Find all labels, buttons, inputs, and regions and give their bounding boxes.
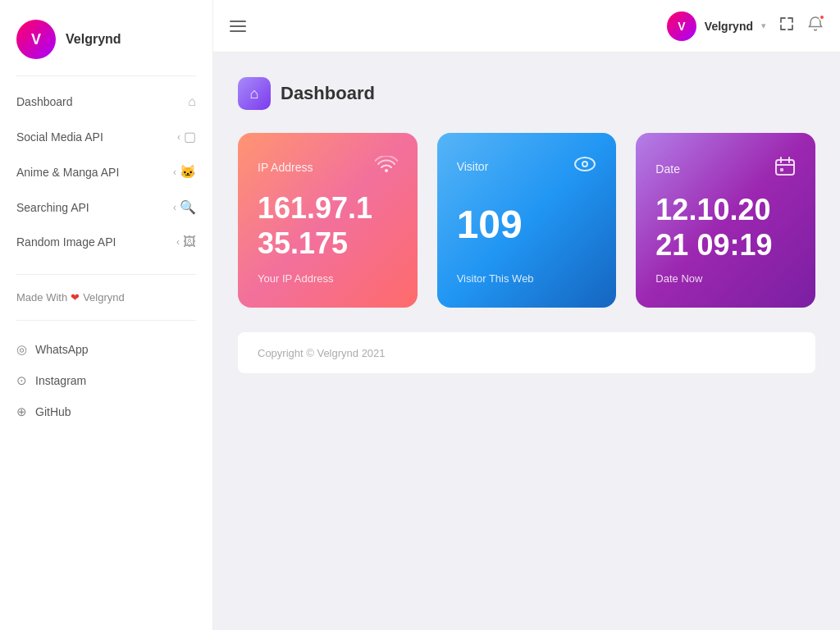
page-header: ⌂ Dashboard [238, 77, 815, 110]
home-icon: ⌂ [188, 94, 196, 109]
social-media-api-label: Social Media API [16, 130, 103, 144]
searching-api-label: Searching API [16, 201, 89, 214]
anime-manga-api-label: Anime & Manga API [16, 166, 119, 179]
chevron-left-icon-2: ‹ [173, 167, 176, 178]
cards-row: IP Address 161.97.1 35.175 Your IP Ad [238, 133, 815, 308]
chevron-left-icon: ‹ [177, 131, 180, 143]
wifi-icon [375, 156, 398, 179]
sidebar-footer-divider [16, 274, 196, 275]
sidebar-item-github[interactable]: ⊕ GitHub [0, 396, 212, 427]
notification-dot [819, 14, 825, 21]
github-icon: ⊕ [16, 404, 27, 419]
svg-point-0 [385, 169, 388, 172]
svg-rect-4 [776, 160, 794, 175]
sidebar-profile: V Velgrynd [0, 0, 212, 75]
notification-bell-button[interactable] [807, 16, 824, 36]
cat-icon: 🐱 [180, 164, 196, 180]
sidebar-item-instagram[interactable]: ⊙ Instagram [0, 365, 212, 396]
sidebar-social-links: ◎ WhatsApp ⊙ Instagram ⊕ GitHub [0, 331, 212, 431]
heart-icon: ❤ [71, 291, 80, 304]
sidebar-item-anime-manga-api[interactable]: Anime & Manga API ‹ 🐱 [0, 154, 212, 189]
footer-copyright: Copyright © Velgrynd 2021 [258, 347, 386, 359]
visitor-card-label: Visitor [457, 160, 489, 173]
random-image-api-label: Random Image API [16, 235, 116, 249]
topbar-user-menu[interactable]: V Velgrynd ▾ [667, 11, 766, 41]
svg-point-3 [583, 162, 587, 166]
visitor-value: 109 [457, 201, 597, 249]
date-card-label: Date [655, 162, 680, 176]
page-title: Dashboard [281, 83, 375, 104]
visitor-card: Visitor 109 Visitor This Web [437, 133, 617, 308]
sidebar-username: Velgrynd [66, 32, 121, 47]
visitor-card-sublabel: Visitor This Web [457, 272, 597, 285]
sidebar-item-dashboard[interactable]: Dashboard ⌂ [0, 84, 212, 119]
chevron-left-icon-4: ‹ [176, 236, 180, 248]
main-content: V Velgrynd ▾ ⌂ Da [213, 0, 840, 630]
sidebar-item-random-image-api[interactable]: Random Image API ‹ 🖼 [0, 225, 212, 259]
sidebar-item-whatsapp[interactable]: ◎ WhatsApp [0, 334, 212, 365]
ip-address-value: 161.97.1 35.175 [258, 190, 398, 261]
whatsapp-label: WhatsApp [35, 343, 89, 356]
topbar: V Velgrynd ▾ [213, 0, 840, 52]
instagram-icon: ⊙ [16, 373, 27, 388]
instagram-label: Instagram [35, 374, 86, 387]
sidebar-item-social-media-api[interactable]: Social Media API ‹ ▢ [0, 119, 212, 154]
topbar-avatar: V [667, 11, 696, 41]
date-card-sublabel: Date Now [655, 272, 796, 285]
image-icon: 🖼 [183, 235, 196, 249]
fullscreen-button[interactable] [779, 16, 794, 35]
sidebar-made-with: Made With ❤ Velgrynd [0, 281, 212, 313]
eye-icon [573, 156, 596, 177]
search-icon: 🔍 [180, 199, 196, 215]
avatar: V [16, 20, 56, 59]
whatsapp-icon: ◎ [16, 342, 27, 357]
topbar-username: Velgrynd [705, 20, 753, 33]
sidebar-social-divider [16, 320, 196, 321]
date-card: Date 12.10.20 21 09:19 [636, 133, 815, 308]
date-value: 12.10.20 21 09:19 [655, 192, 796, 262]
sidebar-nav: Dashboard ⌂ Social Media API ‹ ▢ Anime &… [0, 76, 212, 267]
sidebar: V Velgrynd Dashboard ⌂ Social Media API … [0, 0, 213, 630]
chevron-left-icon-3: ‹ [173, 202, 176, 213]
page-area: ⌂ Dashboard IP Address [213, 52, 840, 630]
calendar-icon [774, 156, 796, 182]
dashboard-header-icon: ⌂ [238, 77, 271, 110]
github-label: GitHub [35, 405, 71, 418]
ip-card-sublabel: Your IP Address [258, 272, 398, 285]
hamburger-button[interactable] [230, 21, 246, 32]
monitor-icon: ▢ [184, 129, 196, 144]
page-footer: Copyright © Velgrynd 2021 [238, 332, 815, 373]
dashboard-label: Dashboard [16, 95, 73, 108]
sidebar-item-searching-api[interactable]: Searching API ‹ 🔍 [0, 189, 212, 225]
user-chevron-down-icon: ▾ [761, 21, 766, 31]
ip-address-card: IP Address 161.97.1 35.175 Your IP Ad [238, 133, 418, 308]
ip-card-label: IP Address [258, 161, 313, 174]
svg-rect-8 [780, 168, 783, 171]
